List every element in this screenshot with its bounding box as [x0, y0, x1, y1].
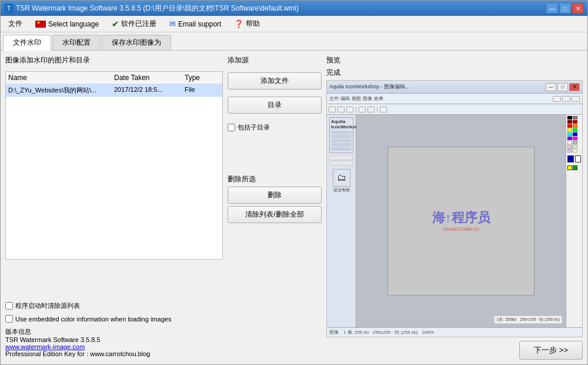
menu-registered[interactable]: ✔ 软件已注册	[106, 16, 162, 31]
minimize-button[interactable]: —	[546, 3, 558, 14]
next-button[interactable]: 下一步 >>	[519, 341, 583, 360]
clear-all-button[interactable]: 清除列表/删除全部	[228, 206, 322, 223]
main-window: T TSR Watermark Image Software 3.5.8.5 (…	[0, 0, 588, 365]
menu-email[interactable]: ✉ Email support	[164, 17, 226, 31]
color-info-checkbox[interactable]	[5, 315, 13, 323]
version-info-title: 版本信息	[5, 327, 223, 336]
include-subdirs-label: 包括子目录	[238, 123, 270, 132]
clear-sources-checkbox[interactable]	[5, 302, 13, 310]
menu-file-label: 文件	[8, 19, 22, 29]
clear-sources-label: 程序启动时清除源列表	[15, 301, 80, 310]
version-info-name: TSR Watermark Software 3.5.8.5	[5, 336, 223, 343]
preview-title: 预览	[326, 55, 583, 65]
version-key: Professional Edition Key for : www.carro…	[5, 350, 223, 357]
preview-close-btn: ✕	[569, 83, 580, 91]
version-info: 版本信息 TSR Watermark Software 3.5.8.5 www.…	[5, 325, 223, 360]
preview-min-btn: —	[546, 83, 556, 91]
preview-inner: Aquila IconWorkshop - 图像编辑... — □ ✕ 文件编辑…	[327, 81, 582, 337]
version-link[interactable]: www.watermark-image.com	[5, 343, 85, 350]
row-name: D:\_ZYu_Websites\我的网站\...	[8, 86, 114, 95]
menu-bar: 文件 Select language ✔ 软件已注册 ✉ Email suppo…	[1, 16, 587, 32]
watermark-sub: OceanCoder.cn	[443, 226, 480, 232]
add-dir-button[interactable]: 目录	[228, 97, 322, 114]
menu-help-label: 帮助	[246, 19, 260, 29]
title-buttons: — □ ✕	[546, 3, 584, 14]
watermark-display: 海↑程序员	[432, 210, 490, 225]
next-btn-row: 下一步 >>	[326, 341, 583, 360]
col-date-header: Date Taken	[114, 74, 185, 82]
title-bar: T TSR Watermark Image Software 3.5.8.5 (…	[1, 1, 587, 16]
preview-max-btn: □	[557, 83, 568, 91]
right-panel: 预览 完成 Aquila IconWorkshop - 图像编辑... — □ …	[326, 55, 583, 360]
app-icon: T	[4, 4, 14, 13]
delete-button[interactable]: 删除	[228, 187, 322, 204]
include-subdirs-row: 包括子目录	[228, 121, 322, 134]
content-area: 图像添加水印的图片和目录 Name Date Taken Type D:\_ZY…	[1, 51, 587, 364]
add-source-title: 添加源	[228, 55, 322, 65]
delete-title: 删除所选	[228, 174, 322, 184]
window-title: TSR Watermark Image Software 3.5.8.5 (D:…	[16, 4, 546, 14]
menu-file[interactable]: 文件	[3, 16, 28, 31]
preview-toolbar: Aquila IconWorkshop - 图像编辑... — □ ✕	[327, 81, 582, 94]
color-info-label: Use embedded color information when load…	[15, 316, 171, 323]
middle-panel: 添加源 添加文件 目录 包括子目录 删除所选 删除 清除列表/删除全部	[228, 55, 322, 360]
table-row[interactable]: D:\_ZYu_Websites\我的网站\... 2017/12/2 18:5…	[6, 84, 222, 97]
help-icon: ❓	[234, 19, 243, 28]
preview-body: Aquila IconWorkshop	[327, 115, 582, 327]
tab-file-watermark[interactable]: 文件水印	[3, 35, 51, 51]
include-subdirs-checkbox[interactable]	[228, 124, 235, 131]
email-icon: ✉	[169, 19, 176, 28]
delete-section: 删除所选 删除 清除列表/删除全部	[228, 174, 322, 225]
maximize-button[interactable]: □	[559, 3, 571, 14]
close-button[interactable]: ✕	[572, 3, 584, 14]
check-icon: ✔	[112, 19, 119, 29]
tab-save-watermark[interactable]: 保存水印图像为	[102, 35, 171, 50]
add-file-button[interactable]: 添加文件	[228, 72, 322, 89]
row-type: File	[185, 86, 214, 95]
preview-box: Aquila IconWorkshop - 图像编辑... — □ ✕ 文件编辑…	[326, 80, 583, 337]
checkbox-color-info: Use embedded color information when load…	[5, 313, 223, 325]
tab-watermark-config[interactable]: 水印配置	[52, 35, 101, 50]
preview-canvas: 海↑程序员 OceanCoder.cn	[387, 147, 534, 296]
menu-language[interactable]: Select language	[30, 18, 104, 31]
tab-bar: 文件水印 水印配置 保存水印图像为	[1, 32, 587, 51]
row-date: 2017/12/2 18:5...	[114, 86, 185, 95]
preview-sidebar: Aquila IconWorkshop	[327, 115, 356, 327]
preview-status: 完成	[326, 68, 583, 78]
checkbox-clear-sources: 程序启动时清除源列表	[5, 299, 223, 313]
menu-help[interactable]: ❓ 帮助	[229, 16, 265, 31]
flag-icon	[35, 21, 46, 28]
bottom-section: 程序启动时清除源列表 Use embedded color informatio…	[5, 299, 223, 360]
preview-main: 海↑程序员 OceanCoder.cn 1张: 256kb 256×256 · …	[356, 115, 566, 327]
file-list-header: Name Date Taken Type	[6, 72, 222, 84]
left-panel: 图像添加水印的图片和目录 Name Date Taken Type D:\_ZY…	[5, 55, 223, 360]
menu-email-label: Email support	[178, 20, 221, 28]
file-list-title: 图像添加水印的图片和目录	[5, 55, 223, 65]
menu-language-label: Select language	[48, 20, 99, 28]
menu-registered-label: 软件已注册	[121, 19, 156, 29]
col-name-header: Name	[8, 74, 114, 82]
file-list[interactable]: Name Date Taken Type D:\_ZYu_Websites\我的…	[5, 71, 223, 260]
col-type-header: Type	[185, 74, 214, 82]
